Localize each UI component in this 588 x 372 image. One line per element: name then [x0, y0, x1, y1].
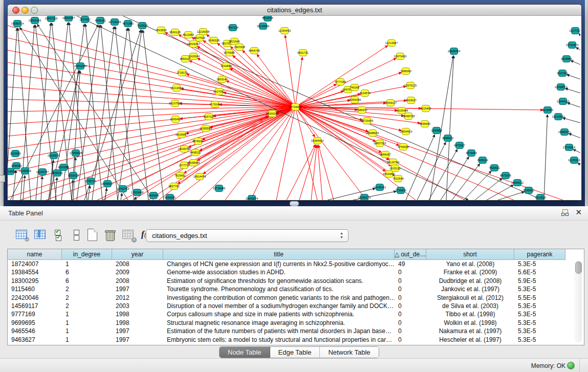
- graph-node[interactable]: 9756928: [398, 144, 408, 150]
- graph-node[interactable]: 20897319: [45, 16, 57, 22]
- graph-node[interactable]: 15751874: [566, 42, 578, 49]
- graph-node[interactable]: 9899695: [419, 121, 430, 127]
- graph-node[interactable]: 11177315: [569, 28, 580, 34]
- table-row[interactable]: 1456911722003Disruption of a novel membe…: [8, 302, 565, 310]
- graph-node[interactable]: 10449374: [246, 195, 258, 201]
- graph-node[interactable]: 17359928: [70, 150, 82, 157]
- graph-node[interactable]: 9115460: [420, 105, 431, 112]
- graph-node[interactable]: 8498222: [190, 149, 201, 156]
- graph-node[interactable]: 16958107: [101, 181, 114, 187]
- graph-node[interactable]: 8878334: [192, 138, 203, 145]
- graph-node[interactable]: 9465546: [148, 192, 159, 199]
- graph-node[interactable]: 14055714: [11, 20, 24, 27]
- graph-node[interactable]: 16648784: [448, 48, 460, 55]
- graph-node[interactable]: 9375685: [224, 50, 234, 56]
- graph-node[interactable]: 8454749: [249, 48, 259, 54]
- graph-node[interactable]: 3624574: [359, 90, 370, 97]
- graph-node[interactable]: 8958923: [442, 135, 453, 142]
- graph-node[interactable]: 16210643: [552, 114, 564, 120]
- graph-node[interactable]: 19384554: [311, 138, 323, 144]
- graph-node[interactable]: 6466161: [95, 17, 105, 24]
- show-columns-icon[interactable]: [34, 228, 47, 242]
- graph-node[interactable]: 20206576: [48, 152, 60, 159]
- graph-node[interactable]: 2803144: [216, 76, 227, 83]
- table-body[interactable]: 1872400712008Changes of HCN gene express…: [8, 260, 565, 344]
- graph-node[interactable]: 8813054: [262, 16, 273, 21]
- graph-node[interactable]: 9560128: [169, 29, 180, 36]
- graph-node[interactable]: 16720405: [361, 118, 373, 124]
- graph-node[interactable]: 6679197: [454, 142, 465, 149]
- graph-node[interactable]: 9777169: [335, 79, 345, 85]
- graph-node[interactable]: 7625402: [175, 172, 185, 179]
- table-row[interactable]: 946554611997Estimation of the future num…: [8, 327, 565, 335]
- graph-node[interactable]: 16782753: [117, 186, 129, 192]
- graph-node[interactable]: 19654923: [400, 128, 412, 135]
- graph-node[interactable]: 9474444: [466, 150, 476, 157]
- graph-node[interactable]: 10653287: [62, 16, 75, 21]
- close-panel-icon[interactable]: ✕: [575, 208, 582, 216]
- graph-node[interactable]: 9242848: [221, 63, 231, 70]
- graph-node[interactable]: 1640954: [431, 127, 442, 134]
- graph-node[interactable]: 1527602: [79, 16, 90, 23]
- graph-node[interactable]: 9267110: [203, 114, 214, 120]
- graph-node[interactable]: 10719195: [108, 19, 121, 26]
- network-canvas[interactable]: 1405571420691406208973191065328715276026…: [8, 16, 581, 200]
- graph-node[interactable]: 9097588: [58, 164, 69, 171]
- graph-node[interactable]: 8427552: [213, 89, 224, 95]
- column-header-name[interactable]: name: [8, 249, 62, 260]
- graph-node[interactable]: 8215955: [542, 107, 553, 114]
- table-vertical-scrollbar[interactable]: [574, 260, 582, 342]
- graph-node[interactable]: 746266: [350, 84, 359, 91]
- graph-node[interactable]: 20691406: [29, 17, 41, 24]
- table-selector-dropdown[interactable]: citations_edges.txt ▲▼: [146, 229, 349, 242]
- graph-node[interactable]: 1795722: [85, 178, 96, 185]
- graph-node[interactable]: 2718170: [177, 70, 187, 76]
- table-settings-icon[interactable]: ⚙: [15, 228, 29, 242]
- graph-node[interactable]: 12444133: [557, 98, 569, 105]
- graph-node[interactable]: 15218566: [257, 23, 269, 30]
- tab-node-table[interactable]: Node Table: [220, 347, 270, 358]
- collapsed-panel-notch[interactable]: [0, 175, 5, 182]
- graph-node[interactable]: 11156829: [19, 168, 31, 174]
- graph-node[interactable]: 14569117: [384, 100, 397, 106]
- graph-node[interactable]: 9310616: [535, 194, 546, 201]
- graph-node[interactable]: 9463627: [405, 97, 416, 104]
- graph-node[interactable]: 12093872: [555, 84, 567, 91]
- graph-node[interactable]: 1250513: [68, 172, 78, 179]
- graph-node[interactable]: 2620650: [10, 150, 20, 157]
- graph-node[interactable]: 12213967: [385, 40, 398, 47]
- auto-select-rows-icon[interactable]: ✔ ✔: [52, 228, 66, 242]
- graph-node[interactable]: 4170043: [209, 101, 220, 108]
- graph-node[interactable]: 7522544: [393, 176, 403, 182]
- splitpane-handle[interactable]: [290, 201, 299, 206]
- create-table-icon[interactable]: [86, 228, 99, 242]
- graph-node[interactable]: 14136141: [374, 184, 386, 191]
- graph-node[interactable]: 2935114: [477, 157, 488, 164]
- graph-node[interactable]: 11355554: [200, 125, 212, 132]
- table-row[interactable]: 1872400712008Changes of HCN gene express…: [8, 260, 565, 268]
- float-window-icon[interactable]: [561, 209, 569, 216]
- graph-node[interactable]: 9857791: [168, 183, 179, 190]
- graph-node[interactable]: 7663822: [156, 27, 166, 34]
- table-row[interactable]: 969969511998Structural magnetic resonanc…: [8, 319, 565, 327]
- tab-edge-table[interactable]: Edge Table: [270, 347, 320, 358]
- graph-node[interactable]: 2967608: [234, 44, 245, 51]
- table-row[interactable]: 911546021997Tourette syndrome. Phenomeno…: [8, 285, 565, 293]
- column-header-title[interactable]: title: [163, 249, 395, 260]
- window-titlebar[interactable]: citations_edges.txt: [8, 5, 581, 16]
- table-row[interactable]: 2242004622012Investigating the contribut…: [8, 294, 565, 302]
- table-row[interactable]: 977716911998Corpus callosum shape and si…: [8, 310, 565, 318]
- table-row[interactable]: 1830029562008Estimation of significance …: [8, 277, 565, 285]
- graph-node[interactable]: 11675316: [568, 157, 580, 164]
- graph-node[interactable]: 15892971: [558, 129, 571, 136]
- graph-node[interactable]: 8186328: [208, 37, 219, 44]
- graph-node[interactable]: 9329966: [561, 56, 572, 62]
- graph-node[interactable]: 7932621: [489, 165, 499, 171]
- table-row[interactable]: 946362711997Embryonic stem cells: a mode…: [8, 336, 565, 344]
- graph-node[interactable]: 9699695: [164, 194, 175, 201]
- graph-node[interactable]: 15716485: [213, 185, 225, 192]
- graph-node[interactable]: 12975115: [404, 82, 417, 89]
- graph-node[interactable]: 12226058: [197, 29, 209, 35]
- citation-network-graph[interactable]: 1405571420691406208973191065328715276026…: [8, 16, 580, 200]
- graph-node[interactable]: 9684067: [380, 151, 390, 158]
